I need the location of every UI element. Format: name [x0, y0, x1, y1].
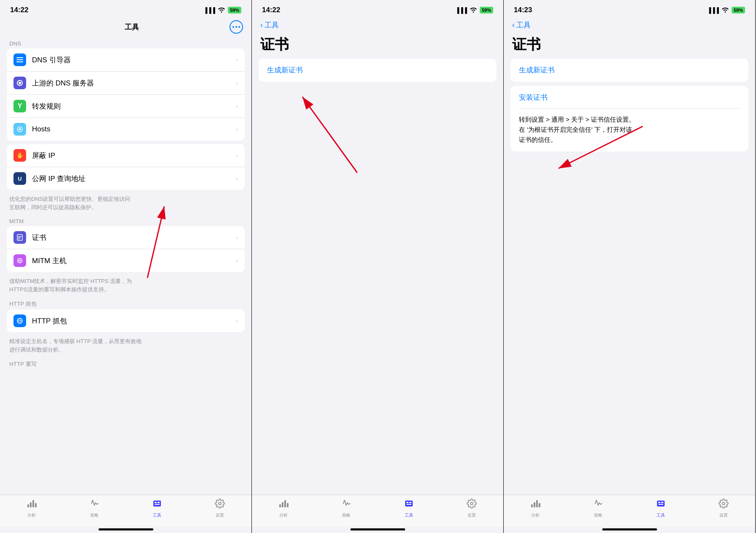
tab-settings-1[interactable]: 设置	[189, 498, 251, 518]
svg-rect-36	[536, 500, 538, 507]
status-icons-2: ▐▐▐ 59%	[455, 7, 493, 14]
tab-bar-2: 分析 策略 工具 设置	[252, 495, 503, 527]
tab-analysis-3[interactable]: 分析	[504, 498, 566, 518]
wifi-icon-2	[470, 7, 477, 14]
list-item-http-capture[interactable]: HTTP 抓包 ›	[7, 309, 245, 332]
svg-rect-6	[18, 236, 21, 237]
http-capture-label: HTTP 抓包	[32, 316, 236, 326]
dns-wizard-chevron: ›	[236, 56, 238, 63]
svg-rect-30	[409, 502, 411, 503]
list-item-hosts[interactable]: Hosts ›	[7, 118, 245, 141]
battery-badge-2: 59%	[480, 7, 493, 13]
back-button-3[interactable]: ‹ 工具	[512, 20, 531, 30]
list-item-public-ip[interactable]: U 公网 IP 查询地址 ›	[7, 167, 245, 190]
generate-cert-btn-3[interactable]: 生成新证书	[519, 66, 555, 74]
status-bar-2: 14:22 ▐▐▐ 59%	[252, 0, 503, 17]
svg-rect-17	[35, 503, 37, 507]
cert-content-3: 生成新证书 安装证书 转到设置 > 通用 > 关于 > 证书信任设置。 在 '为…	[504, 59, 755, 495]
tab-settings-3[interactable]: 设置	[692, 498, 755, 518]
tab-settings-label-1: 设置	[216, 512, 224, 518]
list-item-dns-wizard[interactable]: DNS 引导器 ›	[7, 48, 245, 72]
tab-tools-1[interactable]: 工具	[126, 498, 189, 518]
mitm-host-icon	[13, 254, 26, 267]
list-group-block: ✋ 屏蔽 IP › U 公网 IP 查询地址 ›	[7, 144, 245, 190]
tab-strategy-icon-2	[341, 498, 351, 511]
tab-tools-2[interactable]: 工具	[378, 498, 441, 518]
list-item-forward-rule[interactable]: Y 转发规则 ›	[7, 95, 245, 118]
tab-settings-label-2: 设置	[467, 512, 476, 518]
forward-rule-icon: Y	[13, 100, 26, 112]
tab-analysis-label-3: 分析	[531, 512, 540, 518]
nav-bar-2: ‹ 工具	[252, 17, 503, 33]
list-group-http-capture: HTTP 抓包 ›	[7, 309, 245, 332]
block-ip-chevron: ›	[236, 152, 238, 159]
list-item-mitm-host[interactable]: MITM 主机 ›	[7, 249, 245, 272]
back-label-3: 工具	[516, 20, 531, 30]
forward-rule-chevron: ›	[236, 103, 238, 109]
svg-rect-41	[658, 504, 663, 505]
svg-rect-18	[153, 501, 161, 506]
svg-rect-0	[16, 57, 23, 58]
cert-card-install-3: 安装证书 转到设置 > 通用 > 关于 > 证书信任设置。 在 '为根证书开启完…	[510, 86, 748, 152]
back-chevron-2: ‹	[260, 21, 263, 29]
list-item-upstream-dns[interactable]: 上游的 DNS 服务器 ›	[7, 72, 245, 95]
cert-card-new-3: 生成新证书	[510, 59, 748, 82]
hosts-label: Hosts	[32, 125, 236, 133]
tab-strategy-3[interactable]: 策略	[566, 498, 629, 518]
page-title-3: 证书	[504, 33, 755, 59]
svg-rect-37	[539, 503, 540, 507]
tab-analysis-2[interactable]: 分析	[252, 498, 315, 518]
cert-content-2: 生成新证书	[252, 59, 503, 495]
generate-cert-btn-2[interactable]: 生成新证书	[267, 66, 303, 74]
mitm-host-chevron: ›	[236, 257, 238, 264]
tab-strategy-label-3: 策略	[594, 512, 602, 518]
phone-panel-1: 14:22 ▐▐▐ 59% 工具 DNS DNS 引导器	[0, 0, 252, 533]
tab-tools-label-3: 工具	[657, 512, 665, 518]
svg-rect-7	[18, 237, 21, 238]
wifi-icon-3	[721, 7, 729, 14]
cert-label: 证书	[32, 233, 236, 243]
phone-panel-2: 14:22 ▐▐▐ 59% ‹ 工具 证书 生成新证书 分析	[252, 0, 504, 533]
back-button-2[interactable]: ‹ 工具	[260, 20, 279, 30]
mitm-host-label: MITM 主机	[32, 256, 236, 266]
tab-strategy-1[interactable]: 策略	[63, 498, 126, 518]
svg-rect-8	[18, 239, 20, 240]
nav-bar-3: ‹ 工具	[504, 17, 755, 33]
home-indicator-1	[99, 528, 153, 530]
page-title-2: 证书	[252, 33, 503, 59]
svg-rect-16	[32, 500, 34, 507]
tab-settings-2[interactable]: 设置	[441, 498, 503, 518]
http-capture-icon	[13, 314, 26, 327]
svg-rect-35	[534, 502, 535, 507]
svg-rect-19	[155, 502, 157, 503]
svg-rect-31	[406, 504, 411, 505]
tab-strategy-label-2: 策略	[342, 512, 350, 518]
tab-tools-label-2: 工具	[405, 512, 413, 518]
cert-card-new-2: 生成新证书	[259, 59, 497, 82]
more-button-1[interactable]	[230, 20, 243, 34]
svg-point-10	[19, 260, 21, 261]
tab-analysis-label-1: 分析	[27, 512, 36, 518]
tab-strategy-2[interactable]: 策略	[315, 498, 377, 518]
tab-bar-1: 分析 策略 工具 设置	[0, 495, 251, 527]
public-ip-icon: U	[13, 172, 26, 185]
tab-tools-3[interactable]: 工具	[630, 498, 692, 518]
list-item-cert[interactable]: 证书 ›	[7, 226, 245, 249]
svg-rect-2	[16, 61, 23, 62]
svg-rect-28	[405, 501, 413, 506]
svg-rect-39	[658, 502, 660, 503]
status-bar-1: 14:22 ▐▐▐ 59%	[0, 0, 251, 17]
svg-rect-29	[406, 502, 409, 503]
status-time-1: 14:22	[10, 6, 28, 14]
tab-tools-icon-1	[152, 498, 162, 511]
mitm-section-desc: 借助MITM技术，解密并实时监控 HTTPS 流量，为HTTPS流量的重写和脚本…	[7, 275, 245, 297]
tab-settings-icon-1	[215, 498, 225, 511]
tab-analysis-1[interactable]: 分析	[0, 498, 63, 518]
list-item-block-ip[interactable]: ✋ 屏蔽 IP ›	[7, 144, 245, 167]
section-label-http-rewrite: HTTP 重写	[7, 357, 245, 370]
tab-analysis-label-2: 分析	[279, 512, 288, 518]
upstream-dns-icon	[13, 77, 26, 89]
install-cert-btn-3[interactable]: 安装证书	[519, 93, 548, 101]
dns-wizard-icon	[13, 53, 26, 66]
svg-rect-26	[284, 500, 286, 507]
